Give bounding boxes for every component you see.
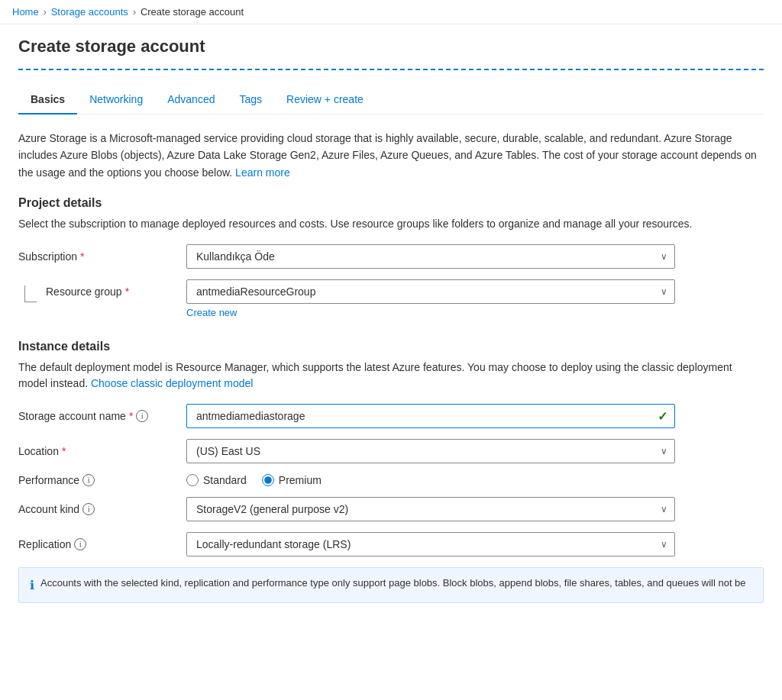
storage-name-control: ✓: [186, 404, 675, 428]
breadcrumb-sep-2: ›: [133, 7, 136, 18]
account-kind-row: Account kind i StorageV2 (general purpos…: [18, 497, 764, 521]
resource-group-select[interactable]: antmediaResourceGroup: [186, 279, 675, 304]
performance-premium-radio[interactable]: [262, 474, 274, 486]
storage-name-label: Storage account name * i: [18, 410, 186, 422]
tab-networking[interactable]: Networking: [77, 85, 155, 115]
breadcrumb: Home › Storage accounts › Create storage…: [0, 0, 782, 24]
breadcrumb-current: Create storage account: [141, 6, 244, 18]
performance-label: Performance i: [18, 474, 186, 486]
tab-navigation: Basics Networking Advanced Tags Review +…: [18, 85, 764, 115]
account-kind-select-wrapper: StorageV2 (general purpose v2) ∨: [186, 497, 675, 521]
storage-name-input[interactable]: [186, 404, 675, 428]
project-details-title: Project details: [18, 196, 764, 210]
subscription-required: *: [80, 250, 84, 263]
create-new-link[interactable]: Create new: [186, 307, 237, 318]
replication-control: Locally-redundant storage (LRS) ∨: [186, 532, 675, 556]
performance-standard-option[interactable]: Standard: [186, 474, 247, 486]
info-banner-text: Accounts with the selected kind, replica…: [40, 576, 746, 591]
account-kind-label: Account kind i: [18, 503, 186, 515]
tab-advanced[interactable]: Advanced: [155, 85, 227, 115]
resource-group-required: *: [125, 285, 129, 298]
storage-name-check-icon: ✓: [658, 409, 667, 424]
choose-classic-link[interactable]: Choose classic deployment model: [91, 377, 253, 389]
storage-name-input-wrapper: ✓: [186, 404, 675, 428]
project-details-section: Project details Select the subscription …: [18, 196, 764, 318]
location-control: (US) East US ∨: [186, 439, 675, 463]
performance-control: Standard Premium: [186, 474, 675, 486]
performance-standard-radio[interactable]: [186, 474, 199, 486]
resource-group-label-text: Resource group: [46, 285, 122, 298]
account-kind-info-icon[interactable]: i: [82, 503, 95, 515]
replication-select-wrapper: Locally-redundant storage (LRS) ∨: [186, 532, 675, 556]
storage-name-row: Storage account name * i ✓: [18, 404, 764, 428]
dashed-separator: [18, 69, 764, 70]
resource-group-select-wrapper: antmediaResourceGroup ∨: [186, 279, 675, 304]
replication-select[interactable]: Locally-redundant storage (LRS): [186, 532, 675, 556]
subscription-select[interactable]: Kullandıkça Öde: [186, 244, 675, 269]
resource-group-control: antmediaResourceGroup ∨ Create new: [186, 279, 675, 318]
instance-details-section: Instance details The default deployment …: [18, 340, 764, 603]
instance-details-title: Instance details: [18, 340, 764, 353]
performance-info-icon[interactable]: i: [82, 474, 95, 486]
subscription-control: Kullandıkça Öde ∨: [186, 244, 675, 269]
replication-row: Replication i Locally-redundant storage …: [18, 532, 764, 556]
performance-standard-label: Standard: [203, 474, 247, 486]
location-label: Location *: [18, 445, 186, 457]
performance-row: Performance i Standard Premium: [18, 474, 764, 486]
subscription-select-wrapper: Kullandıkça Öde ∨: [186, 244, 675, 269]
breadcrumb-storage-accounts[interactable]: Storage accounts: [51, 6, 128, 18]
learn-more-link[interactable]: Learn more: [235, 166, 290, 179]
instance-details-description: The default deployment model is Resource…: [18, 360, 764, 392]
breadcrumb-home[interactable]: Home: [12, 6, 39, 18]
resource-group-row: Resource group * antmediaResourceGroup ∨…: [18, 279, 764, 318]
performance-radio-group: Standard Premium: [186, 474, 675, 486]
tab-tags[interactable]: Tags: [227, 85, 274, 115]
performance-premium-label: Premium: [279, 474, 322, 486]
location-row: Location * (US) East US ∨: [18, 439, 764, 463]
account-kind-control: StorageV2 (general purpose v2) ∨: [186, 497, 675, 521]
info-banner-icon: ℹ: [30, 576, 34, 595]
tab-review-create[interactable]: Review + create: [274, 85, 376, 115]
replication-info-icon[interactable]: i: [74, 538, 86, 550]
location-select-wrapper: (US) East US ∨: [186, 439, 675, 463]
page-title: Create storage account: [18, 37, 764, 56]
project-details-description: Select the subscription to manage deploy…: [18, 216, 764, 232]
description-text: Azure Storage is a Microsoft-managed ser…: [18, 130, 764, 181]
location-required: *: [62, 445, 66, 457]
breadcrumb-sep-1: ›: [44, 7, 47, 18]
subscription-label: Subscription *: [18, 250, 186, 263]
info-banner: ℹ Accounts with the selected kind, repli…: [18, 567, 764, 603]
account-kind-select[interactable]: StorageV2 (general purpose v2): [186, 497, 675, 521]
subscription-row: Subscription * Kullandıkça Öde ∨: [18, 244, 764, 269]
tab-basics[interactable]: Basics: [18, 85, 77, 115]
storage-name-info-icon[interactable]: i: [136, 410, 148, 422]
location-select[interactable]: (US) East US: [186, 439, 675, 463]
performance-premium-option[interactable]: Premium: [262, 474, 322, 486]
replication-label: Replication i: [18, 538, 186, 550]
resource-group-label-area: Resource group *: [18, 279, 186, 302]
storage-name-required: *: [129, 410, 133, 422]
